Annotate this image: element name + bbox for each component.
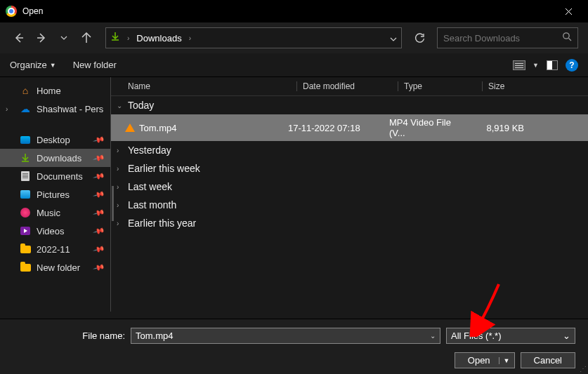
file-name: Tom.mp4 bbox=[139, 123, 176, 133]
chevron-down-icon[interactable]: ▼ bbox=[533, 62, 539, 69]
new-folder-button[interactable]: New folder bbox=[73, 60, 117, 70]
sidebar-item-videos[interactable]: Videos 📌 bbox=[0, 222, 111, 240]
cancel-button[interactable]: Cancel bbox=[521, 352, 575, 368]
chevron-down-icon: ⌄ bbox=[117, 102, 125, 109]
file-list: Name Date modified Type Size ⌄ Today Tom… bbox=[111, 77, 588, 319]
file-size: 8,919 KB bbox=[468, 123, 535, 133]
search-input[interactable] bbox=[443, 33, 562, 44]
home-icon: ⌂ bbox=[20, 85, 31, 96]
chevron-right-icon: › bbox=[117, 165, 125, 173]
chevron-right-icon: › bbox=[127, 34, 129, 42]
column-header-date[interactable]: Date modified bbox=[296, 81, 398, 91]
chevron-right-icon: › bbox=[117, 201, 125, 209]
breadcrumb-location[interactable]: Downloads bbox=[136, 33, 181, 44]
sidebar-item-desktop[interactable]: Desktop 📌 bbox=[0, 131, 111, 149]
pictures-icon bbox=[20, 189, 31, 200]
downloads-icon bbox=[110, 32, 120, 44]
group-earlier-week[interactable]: › Earlier this week bbox=[111, 159, 588, 178]
preview-icon bbox=[547, 60, 558, 70]
open-button[interactable]: Open ▼ bbox=[455, 352, 515, 368]
group-label: Earlier this week bbox=[128, 163, 200, 174]
group-label: Today bbox=[128, 100, 154, 111]
sidebar-item-label: Videos bbox=[37, 226, 65, 236]
search-icon bbox=[562, 32, 572, 44]
chevron-down-icon[interactable]: ⌄ bbox=[430, 332, 436, 340]
sidebar-item-downloads[interactable]: Downloads 📌 bbox=[0, 149, 111, 167]
column-header-size[interactable]: Size bbox=[482, 81, 549, 91]
filename-label: File name: bbox=[13, 330, 125, 341]
sidebar-item-label: 2022-11 bbox=[37, 244, 70, 255]
navigation-pane: ⌂ Home › ☁ Shashwat - Pers Desktop 📌 Dow… bbox=[0, 77, 111, 319]
filename-input[interactable]: Tom.mp4 ⌄ bbox=[131, 328, 440, 344]
resize-grip[interactable]: ⋰ bbox=[580, 365, 587, 373]
file-row[interactable]: Tom.mp4 17-11-2022 07:18 MP4 Video File … bbox=[111, 114, 588, 141]
videos-icon bbox=[20, 225, 31, 236]
back-button[interactable] bbox=[10, 29, 28, 47]
column-headers: Name Date modified Type Size bbox=[111, 77, 588, 96]
sidebar-item-label: Documents bbox=[37, 171, 83, 182]
main-area: ⌂ Home › ☁ Shashwat - Pers Desktop 📌 Dow… bbox=[0, 77, 588, 319]
pin-icon: 📌 bbox=[93, 170, 106, 182]
sidebar-item-folder[interactable]: 2022-11 📌 bbox=[0, 240, 111, 258]
folder-icon bbox=[20, 243, 31, 255]
filetype-value: All Files (*.*) bbox=[451, 330, 502, 341]
close-button[interactable] bbox=[554, 0, 582, 22]
titlebar: Open bbox=[0, 0, 588, 22]
pin-icon: 📌 bbox=[93, 188, 106, 201]
pin-icon: 📌 bbox=[93, 243, 106, 255]
music-icon bbox=[20, 207, 31, 218]
pin-icon: 📌 bbox=[93, 152, 106, 164]
open-dropdown[interactable]: ▼ bbox=[499, 357, 510, 364]
chevron-right-icon[interactable]: › bbox=[6, 105, 8, 113]
chevron-down-icon[interactable]: ⌄ bbox=[563, 330, 570, 341]
chevron-right-icon: › bbox=[117, 220, 125, 227]
recent-dropdown[interactable] bbox=[55, 29, 73, 47]
navigation-bar: › Downloads › bbox=[0, 22, 588, 53]
group-yesterday[interactable]: › Yesterday bbox=[111, 141, 588, 159]
sidebar-item-label: Shashwat - Pers bbox=[37, 104, 103, 114]
chevron-right-icon: › bbox=[117, 147, 125, 154]
sidebar-item-home[interactable]: ⌂ Home bbox=[0, 81, 111, 100]
vlc-icon bbox=[125, 123, 135, 132]
sidebar-item-label: Home bbox=[37, 86, 61, 96]
organize-button[interactable]: Organize ▼ bbox=[10, 60, 56, 70]
refresh-button[interactable] bbox=[410, 29, 429, 47]
list-icon bbox=[513, 60, 525, 70]
chevron-right-icon: › bbox=[117, 183, 125, 191]
column-header-type[interactable]: Type bbox=[398, 81, 482, 91]
sidebar-item-label: Pictures bbox=[37, 189, 70, 200]
forward-button[interactable] bbox=[32, 29, 51, 47]
group-last-week[interactable]: › Last week bbox=[111, 178, 588, 196]
sidebar-item-pictures[interactable]: Pictures 📌 bbox=[0, 185, 111, 203]
address-bar[interactable]: › Downloads › bbox=[105, 27, 402, 48]
help-button[interactable]: ? bbox=[566, 59, 578, 72]
sidebar-item-documents[interactable]: Documents 📌 bbox=[0, 167, 111, 185]
group-last-month[interactable]: › Last month bbox=[111, 196, 588, 214]
chevron-down-icon[interactable] bbox=[390, 32, 397, 44]
sidebar-item-music[interactable]: Music 📌 bbox=[0, 203, 111, 222]
view-mode-button[interactable] bbox=[510, 58, 528, 73]
file-type: MP4 Video File (V... bbox=[384, 117, 468, 138]
window-title: Open bbox=[22, 6, 43, 16]
footer: File name: Tom.mp4 ⌄ All Files (*.*) ⌄ O… bbox=[0, 319, 588, 374]
group-label: Earlier this year bbox=[128, 218, 196, 229]
documents-icon bbox=[20, 171, 31, 182]
up-button[interactable] bbox=[77, 29, 96, 47]
sidebar-item-label: Music bbox=[37, 208, 60, 218]
command-bar: Organize ▼ New folder ▼ ? bbox=[0, 53, 588, 77]
pin-icon: 📌 bbox=[93, 225, 106, 237]
pin-icon: 📌 bbox=[93, 133, 106, 146]
column-header-name[interactable]: Name bbox=[128, 81, 296, 91]
sidebar-item-folder[interactable]: New folder 📌 bbox=[0, 258, 111, 276]
cloud-icon: ☁ bbox=[20, 103, 31, 114]
preview-pane-button[interactable] bbox=[543, 58, 561, 73]
chevron-down-icon: ▼ bbox=[50, 62, 56, 69]
group-today[interactable]: ⌄ Today bbox=[111, 96, 588, 114]
svg-point-0 bbox=[563, 33, 569, 39]
sidebar-item-onedrive[interactable]: › ☁ Shashwat - Pers bbox=[0, 100, 111, 118]
sidebar-item-label: Downloads bbox=[37, 153, 81, 163]
chevron-right-icon: › bbox=[189, 34, 191, 42]
search-box[interactable] bbox=[437, 27, 578, 48]
filetype-select[interactable]: All Files (*.*) ⌄ bbox=[446, 328, 575, 344]
group-earlier-year[interactable]: › Earlier this year bbox=[111, 214, 588, 232]
